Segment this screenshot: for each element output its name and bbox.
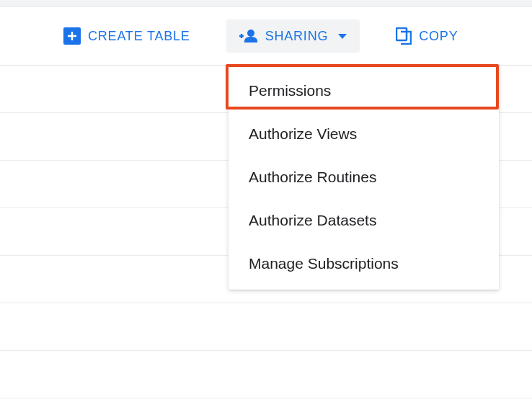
copy-icon: [396, 27, 412, 45]
top-bar: [0, 0, 532, 7]
sharing-label: SHARING: [265, 29, 329, 44]
menu-item-manage-subscriptions[interactable]: Manage Subscriptions: [229, 242, 499, 285]
plus-icon: [63, 27, 81, 45]
menu-item-label: Authorize Views: [249, 125, 357, 142]
menu-item-authorize-datasets[interactable]: Authorize Datasets: [229, 199, 499, 242]
copy-label: COPY: [419, 29, 458, 44]
menu-item-label: Authorize Datasets: [249, 212, 376, 228]
sharing-button[interactable]: SHARING: [226, 19, 360, 53]
create-table-button[interactable]: CREATE TABLE: [50, 19, 203, 53]
menu-item-permissions[interactable]: Permissions: [229, 69, 499, 112]
table-row: [0, 398, 532, 402]
table-row: [0, 303, 532, 350]
menu-item-authorize-views[interactable]: Authorize Views: [229, 112, 499, 156]
copy-button[interactable]: COPY: [383, 19, 471, 53]
person-add-icon: [239, 28, 258, 44]
menu-item-label: Manage Subscriptions: [249, 255, 399, 272]
menu-item-label: Authorize Routines: [249, 169, 376, 185]
toolbar: CREATE TABLE SHARING COPY: [0, 7, 532, 65]
svg-rect-1: [396, 28, 407, 40]
table-row: [0, 350, 532, 398]
svg-point-0: [247, 30, 254, 37]
create-table-label: CREATE TABLE: [88, 29, 190, 44]
menu-item-authorize-routines[interactable]: Authorize Routines: [229, 156, 499, 199]
sharing-dropdown-menu: Permissions Authorize Views Authorize Ro…: [229, 65, 499, 290]
chevron-down-icon: [338, 34, 347, 39]
menu-item-label: Permissions: [249, 82, 331, 99]
